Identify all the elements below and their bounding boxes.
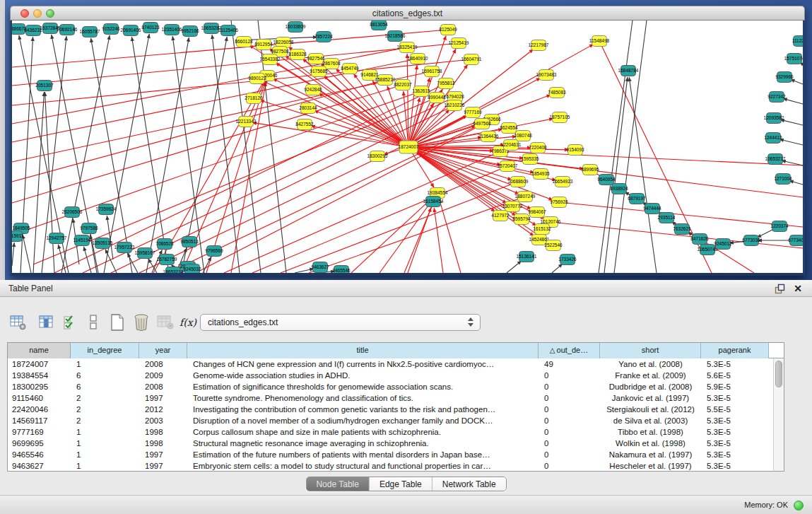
table-row[interactable]: 911546021997Tourette syndrome. Phenomeno… xyxy=(8,392,773,404)
table-cell[interactable]: Genome-wide association studies in ADHD. xyxy=(187,370,539,381)
table-row[interactable]: 1872400712008Changes of HCN gene express… xyxy=(8,358,773,370)
table-cell[interactable]: 14569117 xyxy=(8,415,71,426)
table-settings-icon[interactable] xyxy=(7,311,30,334)
table-row[interactable]: 1456911722003Disruption of a novel membe… xyxy=(8,415,773,426)
graph-edge[interactable] xyxy=(599,21,632,273)
column-header-out_de[interactable]: △out_de… xyxy=(539,343,600,358)
table-cell[interactable]: Embryonic stem cells: a model to study s… xyxy=(187,460,539,471)
table-row[interactable]: 2242004622012Investigating the contribut… xyxy=(8,404,773,415)
table-cell[interactable]: 0 xyxy=(539,392,600,404)
graph-edge[interactable] xyxy=(12,85,403,203)
table-cell[interactable]: 0 xyxy=(539,426,600,438)
table-cell[interactable]: 2012 xyxy=(139,404,187,415)
close-panel-icon[interactable]: ✕ xyxy=(792,281,804,296)
table-cell[interactable]: Wolkin et al. (1998) xyxy=(600,438,701,449)
table-cell[interactable]: 0 xyxy=(539,438,600,449)
graph-edge[interactable] xyxy=(351,197,433,273)
graph-edge[interactable] xyxy=(440,199,461,273)
table-cell[interactable]: 2009 xyxy=(139,370,187,381)
network-window-titlebar[interactable]: citations_edges.txt xyxy=(10,6,805,21)
graph-edge[interactable] xyxy=(45,92,54,273)
table-cell[interactable]: 2 xyxy=(71,404,139,415)
table-cell[interactable]: 1 xyxy=(71,438,139,449)
vertical-scrollbar[interactable] xyxy=(773,358,784,471)
table-cell[interactable]: 18300295 xyxy=(8,381,71,392)
table-cell[interactable]: 5.5E-5 xyxy=(701,404,769,415)
column-header-year[interactable]: year xyxy=(139,343,187,358)
table-row[interactable]: 1830029562008Estimation of significance … xyxy=(8,381,773,392)
new-table-icon[interactable] xyxy=(106,311,129,334)
column-header-pagerank[interactable]: pagerank xyxy=(701,343,769,358)
table-cell[interactable]: Changes of HCN gene expression and I(f) … xyxy=(187,358,539,370)
table-cell[interactable]: 6 xyxy=(71,370,139,381)
table-cell[interactable]: Yano et al. (2008) xyxy=(600,358,701,370)
table-cell[interactable]: 2003 xyxy=(139,415,187,426)
table-cell[interactable]: 18724007 xyxy=(8,358,71,370)
graph-edge[interactable] xyxy=(12,47,407,124)
table-cell[interactable]: Hescheler et al. (1997) xyxy=(600,460,701,471)
graph-edge[interactable] xyxy=(629,77,657,273)
table-cell[interactable]: 5.3E-5 xyxy=(701,438,769,449)
table-cell[interactable]: 0 xyxy=(539,460,600,471)
table-cell[interactable]: 1997 xyxy=(139,392,187,404)
table-cell[interactable]: Dudbridge et al. (2008) xyxy=(600,381,701,392)
table-cell[interactable]: Franke et al. (2009) xyxy=(600,370,701,381)
table-cell[interactable]: 1997 xyxy=(139,449,187,460)
graph-edge[interactable] xyxy=(559,202,803,227)
table-cell[interactable]: 19384554 xyxy=(8,370,71,381)
table-cell[interactable]: 5.3E-5 xyxy=(701,449,769,460)
table-cell[interactable]: 0 xyxy=(539,449,600,460)
graph-edge[interactable] xyxy=(309,197,525,273)
scrollbar-thumb[interactable] xyxy=(775,361,782,387)
table-cell[interactable]: 5.3E-5 xyxy=(701,460,769,471)
tab-network-table[interactable]: Network Table xyxy=(433,477,506,491)
table-row[interactable]: 1938455462009Genome-wide association stu… xyxy=(8,370,773,381)
table-cell[interactable]: Disruption of a novel member of a sodium… xyxy=(187,415,539,426)
table-cell[interactable]: 5.3E-5 xyxy=(701,415,769,426)
graph-edge[interactable] xyxy=(83,97,455,273)
table-cell[interactable]: 5.3E-5 xyxy=(701,426,769,438)
graph-edge[interactable] xyxy=(23,235,31,273)
select-columns-icon[interactable] xyxy=(59,311,82,334)
column-header-short[interactable]: short xyxy=(600,343,701,358)
show-columns-icon[interactable] xyxy=(35,311,58,334)
table-cell[interactable]: 5.6E-5 xyxy=(701,370,769,381)
table-cell[interactable]: 1998 xyxy=(139,426,187,438)
table-cell[interactable]: 1 xyxy=(71,426,139,438)
graph-edge[interactable] xyxy=(212,35,240,273)
table-cell[interactable]: Jankovic et al. (1997) xyxy=(600,392,701,404)
table-cell[interactable]: 22420046 xyxy=(8,404,71,415)
table-cell[interactable]: 5.3E-5 xyxy=(701,392,769,404)
delete-trash-icon[interactable] xyxy=(130,311,153,334)
table-cell[interactable]: 49 xyxy=(539,358,600,370)
graph-edge[interactable] xyxy=(434,208,443,273)
graph-edge[interactable] xyxy=(139,112,473,273)
table-cell[interactable]: Tibbo et al. (1998) xyxy=(600,426,701,438)
table-cell[interactable]: 9699695 xyxy=(8,438,71,449)
table-row[interactable]: 977716911998Corpus callosum shape and si… xyxy=(8,426,773,438)
table-cell[interactable]: 5.3E-5 xyxy=(701,358,769,370)
table-cell[interactable]: 1 xyxy=(71,460,139,471)
table-cell[interactable]: 9463627 xyxy=(8,460,71,471)
table-cell[interactable]: 0 xyxy=(539,370,600,381)
float-panel-icon[interactable] xyxy=(775,284,785,294)
table-cell[interactable]: 9465546 xyxy=(8,449,71,460)
table-selector-dropdown[interactable]: citations_edges.txt xyxy=(200,314,481,331)
table-cell[interactable]: 9777169 xyxy=(8,426,71,438)
graph-edge[interactable] xyxy=(196,119,492,273)
tab-node-table[interactable]: Node Table xyxy=(306,477,370,491)
table-cell[interactable]: 9115460 xyxy=(8,392,71,404)
column-header-title[interactable]: title xyxy=(187,343,539,358)
function-builder-icon[interactable]: f(x) xyxy=(177,311,199,334)
table-cell[interactable]: Corpus callosum shape and size in male p… xyxy=(187,426,539,438)
table-row[interactable]: 969969511998Structural magnetic resonanc… xyxy=(8,438,773,449)
network-canvas[interactable]: 8660128891295418226058982750816543382818… xyxy=(10,21,805,276)
column-header-name[interactable]: name xyxy=(8,343,71,358)
table-cell[interactable]: Investigating the contribution of common… xyxy=(187,404,539,415)
table-cell[interactable]: Tourette syndrome. Phenomenology and cla… xyxy=(187,392,539,404)
table-cell[interactable]: 2008 xyxy=(139,358,187,370)
table-cell[interactable]: 1 xyxy=(71,449,139,460)
table-cell[interactable]: 2 xyxy=(71,392,139,404)
table-cell[interactable]: 2008 xyxy=(139,381,187,392)
table-cell[interactable]: Estimation of the future numbers of pati… xyxy=(187,449,539,460)
